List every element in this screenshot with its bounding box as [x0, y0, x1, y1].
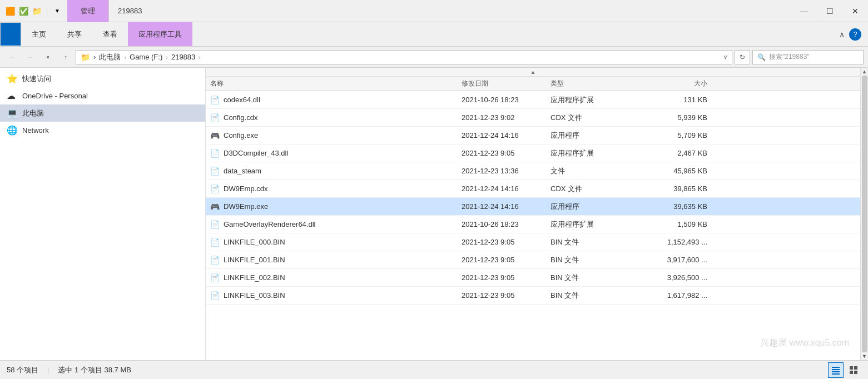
status-divider: | [47, 366, 49, 374]
close-button[interactable]: ✕ [842, 0, 868, 22]
file-icon: 🎮 [210, 202, 220, 211]
minimize-button[interactable]: — [791, 0, 817, 22]
file-icon: 📄 [210, 113, 220, 122]
search-icon: 🔍 [757, 53, 766, 61]
cloud-icon: ☁ [7, 91, 18, 101]
file-name: 📄 LINKFILE_002.BIN [206, 273, 462, 282]
folder-icon: 🟧 [4, 6, 16, 17]
manage-tab[interactable]: 管理 [67, 0, 109, 22]
file-type: 应用程序扩展 [550, 220, 639, 230]
tab-view[interactable]: 查看 [92, 22, 128, 46]
table-row[interactable]: 📄 LINKFILE_003.BIN 2021-12-23 9:05 BIN 文… [206, 287, 860, 305]
file-name: 📄 LINKFILE_000.BIN [206, 238, 462, 247]
dropdown-button[interactable]: ▾ [40, 49, 56, 65]
table-row[interactable]: 📄 Config.cdx 2021-12-23 9:02 CDX 文件 5,93… [206, 109, 860, 127]
address-part-root: › [93, 53, 96, 61]
col-header-size: 大小 [639, 79, 712, 88]
file-name: 📄 D3DCompiler_43.dll [206, 149, 462, 158]
sort-up-arrow: ▲ [530, 69, 536, 75]
file-size: 3,917,600 ... [639, 256, 712, 264]
address-dropdown-icon[interactable]: ∨ [723, 54, 727, 60]
file-type: CDX 文件 [550, 113, 639, 123]
table-row[interactable]: 📄 LINKFILE_002.BIN 2021-12-23 9:05 BIN 文… [206, 269, 860, 287]
svg-rect-1 [832, 369, 840, 370]
file-name: 🎮 DW9Emp.exe [206, 202, 462, 211]
file-date: 2021-12-23 9:05 [462, 273, 550, 282]
file-type: 应用程序扩展 [550, 95, 639, 105]
tab-apptools[interactable]: 应用程序工具 [128, 22, 192, 46]
address-part-folder: 219883 [171, 53, 195, 61]
table-row[interactable]: 📄 LINKFILE_001.BIN 2021-12-23 9:05 BIN 文… [206, 251, 860, 269]
titlebar: 🟧 ✅ 📁 ▼ 管理 219883 — ☐ ✕ [0, 0, 868, 22]
sidebar-label-network: Network [22, 126, 49, 134]
scroll-thumb[interactable] [862, 76, 867, 352]
scroll-up-btn[interactable]: ▲ [862, 69, 867, 74]
table-row[interactable]: 📄 data_steam 2021-12-23 13:36 文件 45,965 … [206, 162, 860, 180]
tab-share[interactable]: 共享 [57, 22, 92, 46]
file-type: 应用程序 [550, 202, 639, 212]
file-type: CDX 文件 [550, 184, 639, 194]
address-part-pc: 此电脑 [99, 52, 121, 62]
file-size: 3,926,500 ... [639, 273, 712, 282]
search-box[interactable]: 🔍 搜索"219883" [752, 50, 864, 64]
expand-icon[interactable]: ∧ [839, 30, 845, 39]
window-controls: — ☐ ✕ [791, 0, 868, 22]
file-type: 文件 [550, 166, 639, 176]
address-box[interactable]: 📁 › 此电脑 › Game (F:) › 219883 › ∨ [76, 50, 732, 64]
col-header-date: 修改日期 [462, 79, 550, 88]
sidebar-item-network[interactable]: 🌐 Network [0, 122, 205, 139]
file-date: 2021-12-24 14:16 [462, 184, 550, 193]
table-row[interactable]: 📄 codex64.dll 2021-10-26 18:23 应用程序扩展 13… [206, 91, 860, 109]
view-largeicon-btn[interactable] [846, 362, 861, 378]
table-row[interactable]: 📄 LINKFILE_000.BIN 2021-12-23 9:05 BIN 文… [206, 233, 860, 251]
search-placeholder: 搜索"219883" [769, 52, 810, 62]
refresh-button[interactable]: ↻ [735, 50, 750, 64]
file-size: 1,617,982 ... [639, 291, 712, 300]
view-details-btn[interactable] [828, 362, 844, 378]
file-type: BIN 文件 [550, 273, 639, 283]
forward-button[interactable]: → [22, 49, 38, 65]
tab-file[interactable] [0, 22, 21, 46]
scrollbar[interactable]: ▲ ▼ [860, 68, 868, 360]
back-button[interactable]: ← [4, 49, 20, 65]
sidebar-item-this-pc[interactable]: 💻 此电脑 [0, 104, 205, 122]
table-row[interactable]: 📄 D3DCompiler_43.dll 2021-12-23 9:05 应用程… [206, 144, 860, 162]
sidebar-item-quick-access[interactable]: ⭐ 快速访问 [0, 70, 205, 87]
file-name: 🎮 Config.exe [206, 131, 462, 140]
svg-rect-4 [850, 366, 853, 370]
restore-button[interactable]: ☐ [817, 0, 842, 22]
up-button[interactable]: ↑ [58, 49, 73, 65]
check-icon: ✅ [18, 6, 29, 17]
computer-icon: 💻 [7, 108, 18, 118]
file-name: 📄 LINKFILE_001.BIN [206, 256, 462, 265]
file-name: 📄 DW9Emp.cdx [206, 184, 462, 193]
sidebar-item-onedrive[interactable]: ☁ OneDrive - Personal [0, 87, 205, 104]
file-size: 2,467 KB [639, 149, 712, 157]
tab-home[interactable]: 主页 [21, 22, 57, 46]
sidebar-label-quick-access: 快速访问 [22, 74, 51, 84]
table-row[interactable]: 📄 DW9Emp.cdx 2021-12-24 14:16 CDX 文件 39,… [206, 180, 860, 198]
file-type: BIN 文件 [550, 291, 639, 301]
file-icon: 📄 [210, 273, 220, 282]
sep2: › [166, 54, 168, 61]
file-name: 📄 codex64.dll [206, 96, 462, 104]
table-row[interactable]: 🎮 DW9Emp.exe 2021-12-24 14:16 应用程序 39,63… [206, 198, 860, 216]
file-date: 2021-12-24 14:16 [462, 202, 550, 211]
svg-rect-3 [832, 373, 840, 375]
table-row[interactable]: 📄 GameOverlayRenderer64.dll 2021-10-26 1… [206, 216, 860, 233]
help-button[interactable]: ? [849, 28, 861, 41]
filelist[interactable]: ▲ 名称 修改日期 类型 大小 📄 codex64.dll 2021-10-26… [206, 68, 860, 360]
svg-rect-6 [850, 371, 853, 374]
addressbar: ← → ▾ ↑ 📁 › 此电脑 › Game (F:) › 219883 › ∨… [0, 47, 868, 68]
table-row[interactable]: 🎮 Config.exe 2021-12-24 14:16 应用程序 5,709… [206, 127, 860, 144]
file-icon: 🎮 [210, 131, 220, 140]
statusbar: 58 个项目 | 选中 1 个项目 38.7 MB [0, 360, 868, 379]
file-icon: 📄 [210, 291, 220, 300]
file-icon: 📄 [210, 96, 220, 104]
file-date: 2021-12-23 9:05 [462, 256, 550, 264]
scroll-down-btn[interactable]: ▼ [862, 353, 867, 359]
file-size: 131 KB [639, 96, 712, 104]
filelist-header: 名称 修改日期 类型 大小 [206, 77, 860, 91]
file-type: 应用程序扩展 [550, 148, 639, 158]
file-date: 2021-12-24 14:16 [462, 131, 550, 139]
